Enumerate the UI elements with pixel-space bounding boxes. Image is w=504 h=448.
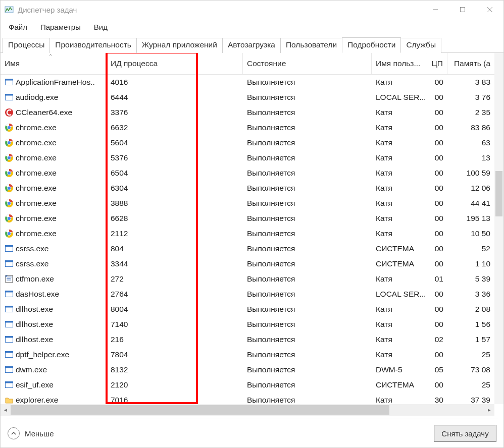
menu-options[interactable]: Параметры [37, 21, 84, 33]
cell-state: Выполняется [243, 75, 372, 90]
fewer-details-button[interactable]: Меньше [8, 427, 54, 439]
process-name: explorer.exe [16, 396, 58, 404]
cell-cpu: 00 [427, 150, 447, 165]
table-row[interactable]: chrome.exe2112ВыполняетсяКатя0010 50 [1, 226, 503, 241]
svg-rect-49 [6, 337, 13, 338]
process-name: audiodg.exe [16, 93, 58, 102]
chrome-icon [5, 138, 14, 147]
folder-icon [5, 396, 14, 404]
cell-state: Выполняется [243, 362, 372, 377]
table-row[interactable]: chrome.exe6628ВыполняетсяКатя00195 13 [1, 211, 503, 226]
col-header-state[interactable]: Состояние [243, 53, 372, 74]
vertical-scrollbar[interactable] [494, 53, 503, 404]
table-row[interactable]: CCleaner64.exe3376ВыполняетсяКатя002 35 [1, 105, 503, 120]
cell-state: Выполняется [243, 90, 372, 105]
table-row[interactable]: chrome.exe3888ВыполняетсяКатя0044 41 [1, 196, 503, 211]
cell-pid: 804 [107, 241, 243, 256]
cell-pid: 6504 [107, 165, 243, 181]
table-row[interactable]: audiodg.exe6444ВыполняетсяLOCAL SER...00… [1, 90, 503, 105]
cell-user: Катя [372, 105, 427, 120]
table-row[interactable]: dasHost.exe2764ВыполняетсяLOCAL SER...00… [1, 287, 503, 302]
process-name: dwm.exe [16, 365, 47, 374]
horizontal-scrollbar-thumb[interactable] [11, 405, 389, 415]
hscroll-left-arrow-icon[interactable]: ◂ [1, 404, 11, 416]
process-name: dllhost.exe [16, 305, 53, 314]
table-row[interactable]: chrome.exe6504ВыполняетсяКатя00100 59 [1, 165, 503, 181]
tab-5[interactable]: Подробности [342, 37, 401, 53]
cell-user: Катя [372, 196, 427, 211]
table-row[interactable]: dptf_helper.exe7804ВыполняетсяКатя0025 [1, 347, 503, 362]
table-row[interactable]: ApplicationFrameHos..4016ВыполняетсяКатя… [1, 75, 503, 90]
cell-mem: 5 39 [447, 271, 494, 287]
cell-name: chrome.exe [1, 226, 107, 241]
cell-mem: 63 [447, 135, 494, 150]
table-row[interactable]: dllhost.exe7140ВыполняетсяКатя001 56 [1, 317, 503, 332]
cell-state: Выполняется [243, 393, 372, 404]
tab-2[interactable]: Журнал приложений [136, 38, 223, 53]
table-row[interactable]: chrome.exe5376ВыполняетсяКатя0013 [1, 150, 503, 165]
minimize-button[interactable] [422, 1, 449, 19]
table-row[interactable]: chrome.exe5604ВыполняетсяКатя0063 [1, 135, 503, 150]
menu-view[interactable]: Вид [91, 21, 111, 33]
cell-mem: 3 76 [447, 90, 494, 105]
cell-pid: 2112 [107, 226, 243, 241]
process-name: chrome.exe [16, 138, 57, 147]
process-name: chrome.exe [16, 123, 57, 132]
table-row[interactable]: chrome.exe6632ВыполняетсяКатя0083 86 [1, 120, 503, 135]
col-header-name[interactable]: Имя [1, 53, 107, 74]
end-task-button[interactable]: Снять задачу [434, 425, 496, 442]
cell-mem: 2 35 [447, 105, 494, 120]
cell-mem: 3 36 [447, 287, 494, 302]
table-row[interactable]: esif_uf.exe2120ВыполняетсяСИСТЕМА0025 [1, 377, 503, 393]
col-header-pid[interactable]: ИД процесса [107, 53, 243, 74]
tab-3[interactable]: Автозагрузка [222, 38, 281, 53]
process-name: ctfmon.exe [16, 274, 54, 284]
titlebar[interactable]: Диспетчер задач [1, 1, 503, 19]
horizontal-scrollbar[interactable]: ◂ ▸ [1, 404, 494, 416]
cell-user: Катя [372, 75, 427, 90]
table-row[interactable]: csrss.exe804ВыполняетсяСИСТЕМА0052 [1, 241, 503, 256]
tab-4[interactable]: Пользователи [280, 38, 342, 53]
cell-name: csrss.exe [1, 241, 107, 256]
svg-rect-35 [6, 246, 13, 247]
cell-cpu: 00 [427, 105, 447, 120]
window-icon [5, 350, 14, 359]
tab-0[interactable]: Процессы [3, 38, 50, 53]
maximize-button[interactable] [449, 1, 476, 19]
cell-mem: 37 39 [447, 393, 494, 404]
cell-mem: 25 [447, 377, 494, 393]
table-row[interactable]: csrss.exe3344ВыполняетсяСИСТЕМА001 10 [1, 256, 503, 271]
cell-pid: 3376 [107, 105, 243, 120]
cell-name: audiodg.exe [1, 90, 107, 105]
svg-rect-43 [6, 291, 13, 293]
menu-file[interactable]: Файл [6, 21, 30, 33]
cell-user: DWM-5 [372, 362, 427, 377]
table-row[interactable]: explorer.exe7016ВыполняетсяКатя3037 39 [1, 393, 503, 404]
col-header-cpu[interactable]: ЦП [427, 53, 447, 74]
close-button[interactable] [476, 1, 503, 19]
cell-mem: 100 59 [447, 165, 494, 181]
window-icon [5, 380, 14, 389]
tab-1[interactable]: Производительность [49, 38, 136, 53]
col-header-user[interactable]: Имя польз... [372, 53, 427, 74]
table-area: ⌃ Имя ИД процесса Состояние Имя польз...… [1, 53, 503, 416]
cell-user: СИСТЕМА [372, 241, 427, 256]
cell-state: Выполняется [243, 332, 372, 347]
cell-name: chrome.exe [1, 135, 107, 150]
chrome-icon [5, 153, 14, 162]
table-header[interactable]: ⌃ Имя ИД процесса Состояние Имя польз...… [1, 53, 503, 75]
table-row[interactable]: dllhost.exe216ВыполняетсяКатя021 57 [1, 332, 503, 347]
table-row[interactable]: dllhost.exe8004ВыполняетсяКатя002 08 [1, 302, 503, 317]
table-row[interactable]: ctfmon.exe272ВыполняетсяКатя015 39 [1, 271, 503, 287]
cell-cpu: 01 [427, 271, 447, 287]
process-name: dptf_helper.exe [16, 350, 69, 359]
table-row[interactable]: chrome.exe6304ВыполняетсяКатя0012 06 [1, 181, 503, 196]
cell-user: Катя [372, 302, 427, 317]
table-row[interactable]: dwm.exe8132ВыполняетсяDWM-50573 08 [1, 362, 503, 377]
vertical-scrollbar-thumb[interactable] [495, 171, 502, 216]
tab-6[interactable]: Службы [400, 38, 441, 53]
chevron-up-icon [8, 427, 20, 439]
cell-name: dllhost.exe [1, 317, 107, 332]
hscroll-right-arrow-icon[interactable]: ▸ [484, 404, 494, 416]
col-header-mem[interactable]: Память (а [447, 53, 494, 74]
